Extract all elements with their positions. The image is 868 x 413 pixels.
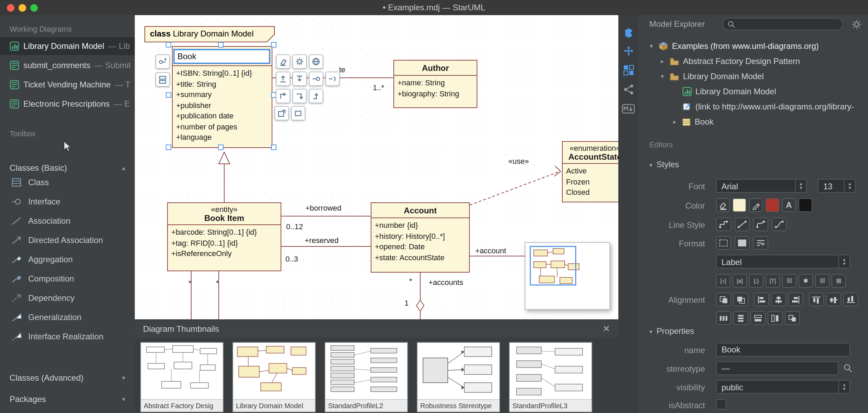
show-visibility-toggle-button[interactable]: ✱ bbox=[799, 274, 813, 288]
is-abstract-checkbox[interactable] bbox=[716, 399, 726, 410]
rounded-rectilinear-line-button[interactable] bbox=[753, 218, 768, 231]
align-right-button[interactable] bbox=[788, 293, 803, 306]
font-color-button[interactable]: A bbox=[782, 198, 796, 212]
cursor-icon[interactable] bbox=[62, 140, 74, 153]
section-classes-advanced[interactable]: Classes (Advanced) ▾ bbox=[0, 370, 135, 386]
equal-width-button[interactable] bbox=[750, 311, 766, 325]
search-input[interactable] bbox=[738, 19, 837, 29]
tree-item-examples[interactable]: ▾ Examples (from www.uml-diagrams.org) bbox=[638, 39, 868, 54]
properties-section-header[interactable]: ▾Properties bbox=[649, 326, 694, 336]
show-shadow-toggle-button[interactable]: [a] bbox=[733, 274, 747, 288]
quick-settings-button[interactable] bbox=[292, 54, 307, 69]
tree-item-library-domain-model-pkg[interactable]: ▾ Library Domain Model bbox=[638, 69, 868, 84]
quick-add-linked-diagram-button[interactable] bbox=[274, 106, 289, 120]
stepper-arrows-icon[interactable]: ▲▼ bbox=[844, 180, 855, 192]
tool-dependency[interactable]: Dependency bbox=[0, 288, 135, 308]
chevron-right-icon[interactable]: ▸ bbox=[671, 118, 678, 125]
quick-add-to-container-button[interactable] bbox=[276, 72, 290, 86]
align-top-button[interactable] bbox=[809, 293, 824, 306]
align-center-button[interactable] bbox=[771, 293, 786, 306]
quick-required-interface-button[interactable] bbox=[325, 72, 340, 86]
selection-handle[interactable] bbox=[166, 42, 171, 47]
align-bottom-button[interactable] bbox=[843, 293, 858, 306]
quick-add-compartment-button[interactable] bbox=[155, 72, 170, 87]
thumbnail-library-domain-model[interactable]: Library Domain Model bbox=[232, 342, 316, 412]
distribute-horizontal-button[interactable] bbox=[716, 311, 731, 325]
align-left-button[interactable] bbox=[754, 293, 769, 306]
tool-class[interactable]: Class bbox=[0, 173, 135, 192]
stepper-arrows-icon[interactable]: ▲▼ bbox=[838, 255, 849, 268]
stereotype-display-select[interactable]: Label ▲▼ bbox=[716, 255, 850, 268]
visibility-select[interactable]: public ▲▼ bbox=[716, 380, 850, 394]
stereotype-input[interactable] bbox=[716, 361, 838, 375]
selection-handle[interactable] bbox=[271, 145, 276, 150]
fill-color-swatch[interactable] bbox=[733, 198, 746, 212]
quick-add-attribute-button[interactable] bbox=[292, 72, 307, 86]
thumbnail-robustness-stereotypes[interactable]: Robustness Stereotype bbox=[417, 342, 500, 412]
section-packages[interactable]: Packages ▾ bbox=[0, 391, 135, 407]
selection-handle[interactable] bbox=[271, 42, 276, 47]
thumbnail-standardprofilel2[interactable]: StandardProfileL2 bbox=[325, 342, 408, 412]
quick-link-button[interactable] bbox=[309, 54, 323, 69]
line-color-swatch[interactable] bbox=[766, 198, 779, 212]
selection-handle[interactable] bbox=[166, 92, 171, 98]
sidebar-item-submit-comments[interactable]: submit_comments — Submit bbox=[0, 56, 135, 74]
fill-color-button[interactable] bbox=[716, 198, 730, 212]
markdown-icon[interactable] bbox=[622, 102, 635, 115]
tool-interface-realization[interactable]: Interface Realization bbox=[0, 327, 135, 346]
gear-icon[interactable] bbox=[851, 19, 862, 30]
equal-height-button[interactable] bbox=[768, 311, 783, 325]
selection-handle[interactable] bbox=[218, 145, 224, 150]
diagram-overview-popup[interactable] bbox=[525, 242, 610, 310]
model-explorer-search[interactable] bbox=[722, 18, 843, 30]
tree-item-library-domain-model-diagram[interactable]: Library Domain Model bbox=[638, 84, 868, 99]
thumbnail-standardprofilel3[interactable]: StandardProfileL3 bbox=[509, 342, 592, 412]
word-wrap-toggle-button[interactable]: [↕] bbox=[716, 274, 730, 288]
stereotype-search-icon[interactable] bbox=[843, 363, 853, 373]
stepper-arrows-icon[interactable]: ▲▼ bbox=[795, 180, 806, 192]
thumbnail-abstract-factory[interactable]: Abstract Factory Desig bbox=[140, 342, 224, 412]
tool-aggregation[interactable]: Aggregation bbox=[0, 250, 135, 269]
sidebar-item-ticket-vending-machine[interactable]: Ticket Vending Machine — T bbox=[0, 76, 135, 94]
font-color-swatch[interactable] bbox=[799, 198, 812, 212]
equal-size-button[interactable] bbox=[785, 311, 800, 325]
quick-association-right-button[interactable] bbox=[276, 89, 290, 103]
class-name-edit-field[interactable] bbox=[173, 49, 270, 64]
name-input[interactable] bbox=[716, 343, 850, 357]
tool-interface[interactable]: Interface bbox=[0, 192, 135, 211]
dashed-border-button[interactable] bbox=[716, 236, 731, 250]
show-property-toggle-button[interactable]: {;} bbox=[749, 274, 763, 288]
send-to-back-button[interactable] bbox=[716, 293, 731, 306]
move-tool-icon[interactable] bbox=[622, 44, 635, 57]
selection-handle[interactable] bbox=[218, 42, 224, 47]
text-wrap-button[interactable] bbox=[753, 236, 768, 250]
rectilinear-line-button[interactable] bbox=[716, 218, 731, 231]
chevron-down-icon[interactable]: ▾ bbox=[648, 43, 655, 50]
quick-association-up-button[interactable] bbox=[309, 89, 323, 103]
quick-association-down-button[interactable] bbox=[292, 89, 307, 103]
tool-association[interactable]: Association bbox=[0, 211, 135, 231]
chevron-right-icon[interactable]: ▸ bbox=[659, 58, 666, 65]
close-panel-icon[interactable]: ✕ bbox=[603, 324, 610, 334]
font-size-stepper[interactable]: 13 ▲▼ bbox=[818, 179, 856, 193]
class-author[interactable]: Author +name: String +biography: String bbox=[393, 60, 477, 108]
quick-provided-interface-button[interactable] bbox=[309, 72, 323, 86]
filled-shape-button[interactable] bbox=[735, 236, 750, 250]
selection-handle[interactable] bbox=[166, 145, 171, 150]
quick-erase-button[interactable] bbox=[276, 54, 290, 69]
font-family-stepper[interactable]: Arial ▲▼ bbox=[716, 179, 807, 193]
sidebar-item-electronic-prescriptions[interactable]: Electronic Prescriptions — E bbox=[0, 95, 135, 113]
suppress-operations-toggle-button[interactable]: ☒ bbox=[815, 274, 829, 288]
layout-grid-icon[interactable] bbox=[622, 63, 635, 76]
align-middle-button[interactable] bbox=[826, 293, 841, 306]
tool-directed-association[interactable]: Directed Association bbox=[0, 231, 135, 250]
quick-add-port-button[interactable] bbox=[155, 54, 170, 69]
tool-composition[interactable]: Composition bbox=[0, 269, 135, 288]
stepper-arrows-icon[interactable]: ▲▼ bbox=[838, 381, 849, 393]
extensions-icon[interactable] bbox=[622, 25, 635, 38]
sidebar-item-library-domain-model[interactable]: Library Domain Model — Lib bbox=[0, 37, 135, 55]
quick-add-note-button[interactable] bbox=[291, 106, 305, 120]
class-account[interactable]: Account +number {id} +history: History[0… bbox=[371, 202, 470, 273]
class-book-item[interactable]: «entity» Book Item +barcode: String[0..1… bbox=[167, 202, 281, 271]
show-namespace-toggle-button[interactable]: ⊠ bbox=[832, 274, 846, 288]
